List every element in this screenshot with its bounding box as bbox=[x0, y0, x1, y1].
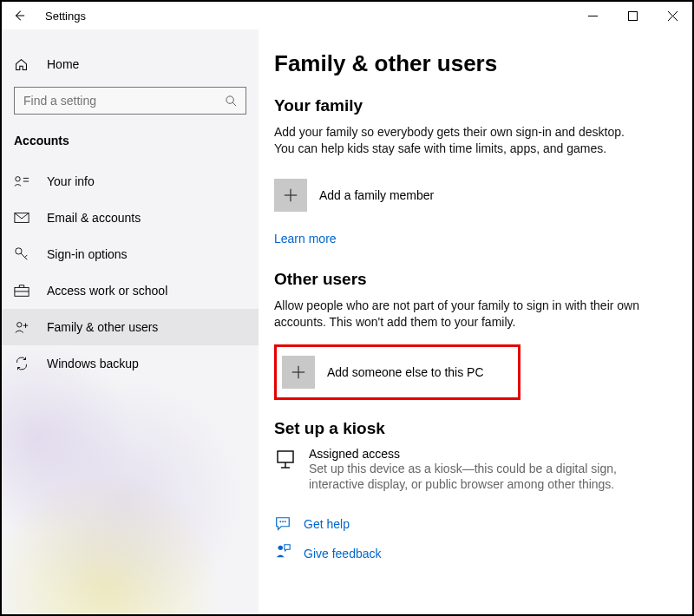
person-card-icon bbox=[14, 174, 31, 188]
key-icon bbox=[14, 246, 31, 262]
get-help-link[interactable]: Get help bbox=[304, 517, 350, 531]
home-icon bbox=[14, 57, 31, 72]
back-button[interactable] bbox=[9, 10, 29, 22]
titlebar: Settings bbox=[2, 2, 692, 29]
assigned-access-button[interactable]: Assigned access Set up this device as a … bbox=[274, 447, 670, 494]
monitor-icon bbox=[274, 447, 309, 494]
window-minimize-button[interactable] bbox=[573, 2, 612, 29]
window-title: Settings bbox=[45, 10, 86, 23]
sidebar-home[interactable]: Home bbox=[2, 49, 259, 80]
window-maximize-button[interactable] bbox=[612, 2, 652, 29]
sidebar-item-windows-backup[interactable]: Windows backup bbox=[2, 345, 259, 382]
add-family-member-button[interactable]: Add a family member bbox=[274, 171, 508, 220]
plus-icon bbox=[282, 356, 315, 389]
assigned-access-desc: Set up this device as a kiosk—this could… bbox=[309, 461, 656, 494]
add-someone-else-button[interactable]: Add someone else to this PC bbox=[282, 348, 516, 396]
sidebar: Home Accounts Your info Em bbox=[2, 29, 259, 614]
people-icon bbox=[14, 320, 31, 334]
sidebar-item-label: Access work or school bbox=[47, 284, 167, 298]
svg-point-26 bbox=[282, 521, 284, 523]
sidebar-section-label: Accounts bbox=[2, 115, 259, 153]
sidebar-item-family-other-users[interactable]: Family & other users bbox=[2, 309, 259, 345]
learn-more-link[interactable]: Learn more bbox=[274, 232, 337, 246]
sidebar-item-label: Windows backup bbox=[47, 357, 139, 370]
svg-point-16 bbox=[17, 323, 22, 327]
sidebar-item-label: Family & other users bbox=[47, 320, 158, 334]
add-family-member-label: Add a family member bbox=[319, 188, 434, 202]
svg-point-27 bbox=[279, 521, 281, 523]
svg-point-7 bbox=[16, 177, 20, 181]
feedback-person-icon bbox=[274, 542, 304, 560]
sidebar-item-label: Sign-in options bbox=[47, 247, 128, 261]
svg-line-12 bbox=[21, 253, 27, 259]
main-content: Family & other users Your family Add you… bbox=[259, 29, 692, 614]
family-heading: Your family bbox=[274, 96, 670, 115]
plus-icon bbox=[274, 179, 307, 212]
svg-rect-2 bbox=[628, 11, 637, 20]
page-title: Family & other users bbox=[274, 50, 670, 77]
briefcase-icon bbox=[14, 284, 31, 298]
svg-rect-23 bbox=[278, 451, 293, 462]
search-input[interactable] bbox=[14, 87, 246, 115]
sync-icon bbox=[14, 356, 31, 371]
assigned-access-title: Assigned access bbox=[309, 447, 656, 461]
help-chat-icon bbox=[274, 515, 304, 533]
svg-point-5 bbox=[226, 95, 232, 102]
other-users-heading: Other users bbox=[274, 270, 670, 289]
sidebar-item-your-info[interactable]: Your info bbox=[2, 163, 259, 200]
search-icon bbox=[223, 95, 239, 108]
sidebar-item-access-work-school[interactable]: Access work or school bbox=[2, 272, 259, 309]
mail-icon bbox=[14, 212, 31, 224]
search-field[interactable] bbox=[22, 93, 223, 108]
window-close-button[interactable] bbox=[652, 2, 692, 29]
sidebar-item-label: Email & accounts bbox=[47, 211, 141, 225]
svg-point-29 bbox=[278, 546, 283, 550]
highlight-annotation: Add someone else to this PC bbox=[274, 344, 520, 400]
sidebar-item-label: Your info bbox=[47, 174, 95, 188]
family-body: Add your family so everybody gets their … bbox=[274, 124, 647, 157]
svg-point-11 bbox=[16, 248, 22, 254]
svg-line-6 bbox=[232, 102, 236, 106]
svg-line-13 bbox=[25, 255, 28, 258]
svg-point-28 bbox=[285, 521, 286, 523]
sidebar-item-email-accounts[interactable]: Email & accounts bbox=[2, 200, 259, 236]
other-users-body: Allow people who are not part of your fa… bbox=[274, 298, 647, 331]
give-feedback-link[interactable]: Give feedback bbox=[304, 547, 382, 560]
kiosk-heading: Set up a kiosk bbox=[274, 419, 670, 438]
sidebar-home-label: Home bbox=[47, 57, 79, 71]
add-someone-else-label: Add someone else to this PC bbox=[327, 365, 484, 379]
sidebar-item-signin-options[interactable]: Sign-in options bbox=[2, 236, 259, 272]
